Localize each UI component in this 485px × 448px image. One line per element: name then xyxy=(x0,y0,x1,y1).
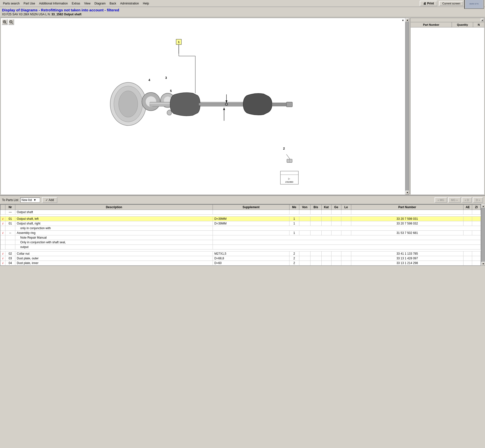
row-nr: 03 xyxy=(5,256,15,261)
row-nr: -- xyxy=(5,231,15,235)
table-row[interactable]: i 01 Output shaft, left D=39MM 1 33 20 7… xyxy=(0,217,481,221)
col-header-supplement: Supplement xyxy=(213,205,289,210)
row-bis xyxy=(310,217,321,221)
row-desc: output xyxy=(15,245,213,249)
col-header-kat: Kat xyxy=(321,205,331,210)
row-bis xyxy=(310,221,321,226)
col-header-bis: Bis xyxy=(310,205,321,210)
row-ge xyxy=(331,210,341,215)
row-me: 1 xyxy=(289,221,299,226)
row-le xyxy=(341,261,351,266)
row-desc: Dust plate, inner xyxy=(15,261,213,266)
menu-parts-search[interactable]: Parts search xyxy=(1,1,22,6)
row-le xyxy=(341,217,351,221)
add-button[interactable]: ✓ Add xyxy=(42,197,57,203)
row-le xyxy=(341,251,351,256)
row-le xyxy=(341,221,351,226)
parts-table-container[interactable]: Nr Description Supplement Me Von Bis Kat… xyxy=(0,204,481,266)
row-desc: Output shaft, left xyxy=(15,217,213,221)
row-kat xyxy=(321,210,331,215)
menu-part-use[interactable]: Part Use xyxy=(22,1,37,6)
row-icon xyxy=(0,240,5,245)
col-header-ae: AE xyxy=(463,205,472,210)
parts-tbody: — Output shaft xyxy=(0,210,481,266)
row-desc: only in conjunction with xyxy=(15,226,213,231)
parts-area: Nr Description Supplement Me Von Bis Kat… xyxy=(0,204,485,266)
row-ge xyxy=(331,231,341,235)
row-partnum: 33 20 7 598 032 xyxy=(351,221,463,226)
diagram-image: 1 4 3 5 2 xyxy=(1,18,409,195)
table-scroll-down[interactable]: ▼ xyxy=(481,262,485,266)
row-supp: D=68,8 xyxy=(213,256,289,261)
table-row[interactable]: i 02 Collar nut M27X1,5 2 33 41 1 133 78… xyxy=(0,251,481,256)
table-row[interactable]: i -- Assembly ring 1 31 53 7 502 681 xyxy=(0,231,481,235)
current-screen-button[interactable]: Current screen xyxy=(439,1,463,6)
table-row[interactable]: i 03 Dust plate, outer D=68,8 2 33 13 1 … xyxy=(0,256,481,261)
table-row[interactable]: — Output shaft xyxy=(0,210,481,215)
diagram-area: 1 4 3 5 2 xyxy=(0,18,409,195)
svg-text:3: 3 xyxy=(165,76,167,80)
svg-text:5: 5 xyxy=(170,89,172,93)
menu-back[interactable]: Back xyxy=(108,1,118,6)
table-row: Only in conjunction with shaft seal, xyxy=(0,240,481,245)
page-subtitle: X3 F25 SAV X3 28iX N52N USA L N: 33_1582… xyxy=(2,13,483,16)
zoom-in-icon xyxy=(3,20,7,24)
svg-text:▷: ▷ xyxy=(288,177,290,180)
rp-scroll-up[interactable]: ▲ xyxy=(481,19,484,22)
row-bis xyxy=(310,256,321,261)
header-area: Display of Diagrams - Retrofittings not … xyxy=(0,7,485,17)
row-me: 2 xyxy=(289,261,299,266)
diagram-scroll-down[interactable]: ▼ xyxy=(405,191,409,195)
diagram-indicator: ▼ xyxy=(402,19,404,22)
row-desc: Dust plate, outer xyxy=(15,256,213,261)
nav-mg-prev-button[interactable]: « MG xyxy=(435,197,447,203)
row-von xyxy=(299,217,310,221)
row-kat xyxy=(321,217,331,221)
svg-line-5 xyxy=(5,23,6,24)
parts-table: Nr Description Supplement Me Von Bis Kat… xyxy=(0,204,481,266)
zoom-out-button[interactable] xyxy=(8,19,14,25)
row-nr: 04 xyxy=(5,261,15,266)
row-nr: 01 xyxy=(5,221,15,226)
col-header-zi: ZI xyxy=(472,205,481,210)
row-ge xyxy=(331,217,341,221)
rp-col-qty: Quantity xyxy=(452,22,473,27)
menu-view[interactable]: View xyxy=(82,1,92,6)
row-desc: Output shaft, right xyxy=(15,221,213,226)
zoom-controls xyxy=(2,19,14,25)
row-bis xyxy=(310,231,321,235)
menu-administration[interactable]: Administration xyxy=(118,1,141,6)
diagram-scroll-up[interactable]: ▲ xyxy=(405,18,409,22)
row-nr xyxy=(5,226,15,231)
row-von xyxy=(299,221,310,226)
zoom-in-button[interactable] xyxy=(2,19,8,25)
print-icon: 🖨 xyxy=(423,2,426,5)
new-list-select[interactable]: New list ▼ xyxy=(20,198,40,202)
print-button[interactable]: 🖨 Print xyxy=(420,1,437,6)
nav-d-prev-button[interactable]: « D xyxy=(462,197,472,203)
row-nr xyxy=(5,245,15,249)
table-row[interactable]: i 04 Dust plate, inner D=60 2 33 13 1 21… xyxy=(0,261,481,266)
menu-diagram[interactable]: Diagram xyxy=(92,1,108,6)
row-partnum: 33 20 7 598 031 xyxy=(351,217,463,221)
right-panel: ▲ Part Number Quantity N xyxy=(410,18,485,195)
row-ae xyxy=(463,256,472,261)
row-icon xyxy=(0,245,5,249)
svg-point-19 xyxy=(119,91,138,117)
nav-mg-next-button[interactable]: MG » xyxy=(448,197,461,203)
zoom-out-icon xyxy=(9,20,13,24)
row-zi xyxy=(472,217,481,221)
table-row: output xyxy=(0,245,481,249)
menu-additional-information[interactable]: Additional Information xyxy=(37,1,70,6)
row-bis xyxy=(310,261,321,266)
row-desc: Collar nut xyxy=(15,251,213,256)
menu-extras[interactable]: Extras xyxy=(70,1,82,6)
nav-d-next-button[interactable]: D » xyxy=(473,197,483,203)
to-parts-list-label: To Parts List xyxy=(2,198,18,202)
row-le xyxy=(341,256,351,261)
row-kat xyxy=(321,231,331,235)
nav-buttons: « MG MG » « D D » xyxy=(435,197,483,203)
table-scroll-up[interactable]: ▲ xyxy=(481,204,485,208)
menu-help[interactable]: Help xyxy=(141,1,151,6)
table-row[interactable]: i 01 Output shaft, right D=39MM 1 33 20 … xyxy=(0,221,481,226)
